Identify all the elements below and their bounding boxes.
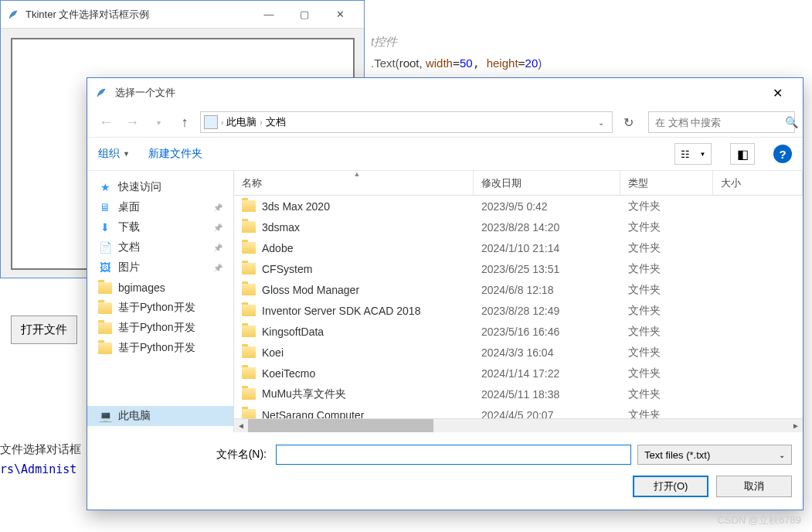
breadcrumb-item[interactable]: 此电脑: [226, 115, 257, 129]
sidebar-item[interactable]: 🖥桌面: [87, 197, 233, 217]
breadcrumb-dd-icon[interactable]: ⌄: [598, 118, 609, 127]
file-type: 文件夹: [620, 262, 713, 276]
column-name[interactable]: 名称▲: [234, 171, 474, 195]
file-name: Gloss Mod Manager: [262, 284, 359, 296]
file-date: 2024/3/3 16:04: [474, 346, 620, 359]
folder-icon: [242, 326, 256, 337]
sidebar-item-label: 桌面: [118, 200, 140, 214]
sidebar-item[interactable]: 基于Python开发: [87, 338, 233, 358]
file-type: 文件夹: [620, 346, 713, 360]
sidebar-item-label: bgimages: [118, 281, 165, 294]
sidebar: ★快速访问🖥桌面⬇下载📄文档🖼图片bgimages基于Python开发基于Pyt…: [87, 171, 234, 432]
file-date: 2023/8/28 12:49: [474, 305, 620, 317]
folder-icon: [242, 221, 256, 233]
file-type: 文件夹: [620, 304, 713, 318]
file-name: Adobe: [262, 242, 293, 254]
folder-icon: [98, 301, 112, 315]
sidebar-item-label: 基于Python开发: [118, 301, 195, 315]
file-type: 文件夹: [620, 387, 713, 401]
nav-forward-button[interactable]: →: [121, 111, 143, 133]
dialog-titlebar[interactable]: 选择一个文件 ✕: [87, 78, 803, 107]
breadcrumb[interactable]: › 此电脑 › 文档 ⌄: [200, 111, 613, 133]
file-row[interactable]: Gloss Mod Manager2024/6/8 12:18文件夹: [234, 279, 803, 300]
new-folder-button[interactable]: 新建文件夹: [148, 147, 202, 161]
sidebar-item-label: 基于Python开发: [118, 321, 195, 335]
tkinter-title: Tkinter 文件选择对话框示例: [25, 8, 251, 22]
search-box[interactable]: 🔍: [648, 111, 795, 133]
help-button[interactable]: ?: [773, 145, 792, 163]
chevron-down-icon: ▼: [700, 151, 706, 158]
breadcrumb-item[interactable]: 文档: [266, 115, 286, 129]
horizontal-scrollbar[interactable]: ◄ ►: [234, 418, 803, 432]
nav-up-button[interactable]: ↑: [174, 111, 195, 133]
file-row[interactable]: MuMu共享文件夹2024/5/11 18:38文件夹: [234, 384, 803, 404]
view-mode-button[interactable]: ☷▼: [674, 143, 712, 165]
scroll-left-button[interactable]: ◄: [234, 419, 248, 433]
filename-input[interactable]: [276, 445, 631, 465]
open-file-button[interactable]: 打开文件: [11, 315, 77, 344]
sidebar-item-label: 文档: [118, 240, 140, 254]
sidebar-item[interactable]: 🖼图片: [87, 257, 233, 278]
tkinter-titlebar[interactable]: Tkinter 文件选择对话框示例 — ▢ ✕: [1, 1, 364, 29]
folder-icon: [242, 305, 256, 316]
sidebar-item[interactable]: 基于Python开发: [87, 318, 233, 338]
maximize-button[interactable]: ▢: [287, 1, 322, 29]
sidebar-item[interactable]: bgimages: [87, 278, 233, 298]
sidebar-item[interactable]: 📄文档: [87, 237, 233, 257]
dialog-close-button[interactable]: ✕: [759, 78, 795, 107]
scroll-right-button[interactable]: ►: [789, 419, 803, 433]
file-name: 3ds Max 2020: [262, 200, 330, 213]
nav-recent-dd[interactable]: ▾: [148, 111, 169, 133]
nav-refresh-button[interactable]: ↻: [617, 111, 639, 133]
scroll-thumb[interactable]: [248, 419, 433, 432]
file-row[interactable]: CFSystem2023/6/25 13:51文件夹: [234, 258, 803, 279]
sidebar-item-this-pc[interactable]: 💻此电脑: [87, 406, 233, 426]
file-row[interactable]: Adobe2024/1/10 21:14文件夹: [234, 237, 803, 258]
nav-back-button[interactable]: ←: [95, 111, 117, 133]
file-type: 文件夹: [620, 408, 713, 419]
cancel-button[interactable]: 取消: [716, 476, 792, 497]
list-header[interactable]: 名称▲ 修改日期 类型 大小: [234, 171, 803, 196]
file-name: MuMu共享文件夹: [262, 387, 346, 401]
feather-icon: [7, 9, 19, 21]
nav-icon: 🖥: [98, 200, 112, 214]
file-type: 文件夹: [620, 220, 713, 234]
minimize-button[interactable]: —: [251, 1, 287, 29]
column-size[interactable]: 大小: [713, 171, 803, 195]
file-row[interactable]: 3ds Max 20202023/9/5 0:42文件夹: [234, 196, 803, 217]
file-name: CFSystem: [262, 263, 312, 275]
nav-icon: ★: [98, 180, 112, 194]
file-row[interactable]: 3dsmax2023/8/28 14:20文件夹: [234, 217, 803, 237]
file-row[interactable]: KingsoftData2023/5/16 16:46文件夹: [234, 321, 803, 342]
file-date: 2024/1/14 17:22: [474, 367, 620, 380]
bottom-path: rs\Administ: [0, 462, 76, 476]
chevron-icon: ›: [260, 118, 262, 127]
sidebar-item-label: 快速访问: [118, 180, 161, 194]
this-pc-icon: 💻: [98, 409, 112, 423]
file-list[interactable]: 3ds Max 20202023/9/5 0:42文件夹3dsmax2023/8…: [234, 196, 803, 418]
file-row[interactable]: Inventor Server SDK ACAD 20182023/8/28 1…: [234, 300, 803, 321]
file-type-filter[interactable]: Text files (*.txt)⌄: [637, 445, 792, 465]
folder-icon: [98, 321, 112, 335]
file-row[interactable]: Koei2024/3/3 16:04文件夹: [234, 342, 803, 363]
preview-icon: ◧: [737, 147, 749, 162]
file-date: 2024/5/11 18:38: [474, 388, 620, 401]
dialog-title: 选择一个文件: [115, 86, 759, 100]
open-button[interactable]: 打开(O): [633, 476, 708, 497]
sidebar-item[interactable]: ⬇下载: [87, 217, 233, 237]
preview-pane-button[interactable]: ◧: [730, 143, 755, 165]
scroll-track[interactable]: [248, 419, 789, 432]
column-date[interactable]: 修改日期: [474, 171, 620, 195]
close-button[interactable]: ✕: [322, 1, 358, 29]
search-input[interactable]: [655, 117, 785, 128]
file-row[interactable]: NetSarang Computer2024/4/5 20:07文件夹: [234, 404, 803, 418]
organize-button[interactable]: 组织▼: [98, 147, 130, 161]
column-type[interactable]: 类型: [620, 171, 713, 195]
sidebar-item-label: 基于Python开发: [118, 341, 195, 355]
sidebar-item[interactable]: ★快速访问: [87, 177, 233, 197]
folder-icon: [242, 367, 256, 379]
folder-icon: [98, 341, 112, 355]
file-row[interactable]: KoeiTecmo2024/1/14 17:22文件夹: [234, 363, 803, 384]
file-type: 文件夹: [620, 325, 713, 339]
sidebar-item[interactable]: 基于Python开发: [87, 298, 233, 318]
